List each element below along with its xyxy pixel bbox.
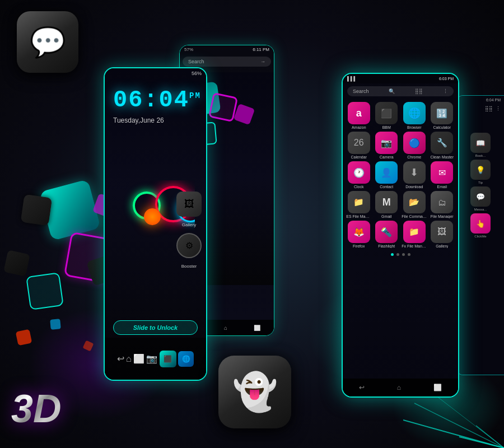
far-right-label-1: Tip [478, 181, 483, 184]
far-right-icon-3: 👆 [470, 213, 491, 234]
app-firefox[interactable]: 🦊 Firefox [346, 221, 372, 248]
app-contact[interactable]: 👤 Contact [374, 161, 400, 189]
lock-cube-icon: ⬛ [160, 351, 176, 367]
right-nav-bar: ↩ ⌂ ⬜ [343, 379, 458, 396]
gallery-label: Gallery [182, 222, 196, 227]
app-icon-camera: 📷 [375, 132, 398, 154]
app-gmail[interactable]: M Gmail [374, 191, 400, 218]
app-calculator[interactable]: 🔢 Calculator [430, 102, 455, 129]
right-home-btn[interactable]: ⌂ [397, 384, 401, 391]
app-label-calculator: Calculator [433, 125, 451, 129]
lock-home-btn[interactable]: ⌂ [126, 354, 132, 364]
lock-camera-icon[interactable]: 📷 [146, 353, 157, 364]
booster-icon: ⚙ [176, 233, 202, 258]
far-right-app-3: 👆 ClickMe [459, 213, 502, 238]
app-email[interactable]: ✉ Email [430, 161, 455, 189]
dot-1 [391, 253, 394, 256]
page-dots [343, 251, 458, 258]
svg-line-0 [403, 420, 504, 448]
dot-2 [396, 253, 399, 256]
app-icon-download: ⬇ [403, 161, 426, 184]
app-filemanager[interactable]: 🗂 File Manager [430, 191, 455, 218]
app-flashlight[interactable]: 🔦 Flashlight [374, 221, 400, 248]
right-app-grid: a Amazon ⬛ BBM 🌐 Browser 🔢 Calculator 26… [343, 99, 458, 251]
middle-search-bar[interactable]: Search → [183, 57, 271, 67]
right-grid-icon: ⣿⣿ [415, 88, 423, 94]
app-label-gallery: Gallery [436, 244, 448, 248]
lock-ampm: PM [189, 91, 201, 100]
far-right-icons: ⣿⣿ ⋮ [457, 104, 504, 113]
lock-date: Tuesday,June 26 [105, 116, 206, 124]
lock-recent-btn[interactable]: ⬜ [133, 353, 144, 364]
svg-line-3 [459, 437, 504, 448]
app-bbm[interactable]: ⬛ BBM [374, 102, 400, 129]
app-icon-browser: 🌐 [403, 102, 426, 124]
app-label-chrome: Chrome [407, 155, 421, 159]
app-icon-esfile: 📁 [348, 191, 370, 213]
app-label-browser: Browser [407, 125, 422, 129]
mid-recent-btn[interactable]: ⬜ [254, 325, 260, 331]
app-icon-flashlight: 🔦 [375, 221, 398, 243]
right-back-btn[interactable]: ↩ [359, 384, 365, 391]
app-label-esfile: ES File Mana... [346, 214, 371, 218]
app-label-email: Email [437, 185, 447, 189]
far-right-icon-1: 💡 [470, 160, 491, 180]
app-label-firefox: Firefox [353, 244, 365, 248]
app-icon-contact: 👤 [375, 161, 398, 184]
app-icon-amazon: a [348, 102, 370, 124]
far-right-app-2: 💬 Messa... [459, 186, 502, 211]
app-calendar[interactable]: 26 Calendar [346, 132, 372, 159]
right-screen: ▌▌▌ 6:03 PM Search 🔍 ⣿⣿ ⋮ a Amazon ⬛ BBM… [343, 74, 458, 396]
app-icon-calculator: 🔢 [431, 102, 453, 124]
right-search-bar[interactable]: Search 🔍 ⣿⣿ ⋮ [347, 86, 454, 96]
app-clock[interactable]: 🕐 Clock [346, 161, 372, 189]
app-filecommander[interactable]: 📂 File Comman... [402, 191, 427, 218]
app-camera[interactable]: 📷 Camera [374, 132, 400, 159]
app-icon-cleanmaster: 🔧 [431, 132, 453, 154]
mid-home-btn[interactable]: ⌂ [224, 325, 227, 331]
right-time: 6:03 PM [439, 77, 454, 81]
right-search-text: Search [353, 88, 369, 94]
app-label-calendar: Calendar [351, 155, 367, 159]
dot-3 [402, 253, 405, 256]
app-fxfile[interactable]: 📁 Fx File Mana... [402, 221, 427, 248]
phone-left: 56% 06:04PM Tuesday,June 26 🖼 Gallery ⚙ … [104, 67, 207, 381]
far-right-status: 6:04 PM [457, 96, 504, 104]
lock-slide-btn[interactable]: Slide to Unlock [113, 320, 198, 335]
far-right-icon-2: 💬 [470, 186, 491, 207]
app-label-cleanmaster: Clean Master [430, 155, 454, 159]
app-chrome[interactable]: 🔵 Chrome [402, 132, 427, 159]
mid-time: 6:11 PM [253, 47, 269, 52]
lock-time-digits: 06:04 [113, 87, 189, 114]
lock-back-btn[interactable]: ↩ [117, 353, 124, 364]
right-search-icon: 🔍 [389, 88, 395, 94]
gallery-icon: 🖼 [176, 192, 202, 217]
app-label-bbm: BBM [382, 125, 391, 129]
mid-battery: 57% [184, 47, 193, 52]
app-download[interactable]: ⬇ Download [402, 161, 427, 189]
app-label-download: Download [405, 185, 423, 189]
svg-line-1 [414, 403, 504, 448]
mid-search-arrow: → [260, 59, 265, 64]
right-status-bar: ▌▌▌ 6:03 PM [343, 74, 458, 83]
lock-screen: 56% 06:04PM Tuesday,June 26 🖼 Gallery ⚙ … [105, 68, 206, 380]
app-gallery[interactable]: 🖼 Gallery [430, 221, 455, 248]
booster-label: Booster [181, 264, 197, 269]
far-right-icon-0: 📖 [470, 133, 491, 153]
lock-bottom-bar: ↩ ⌂ ⬜ 📷 ⬛ 🌐 [105, 338, 206, 380]
far-right-label-2: Messa... [474, 208, 487, 211]
far-right-app-1: 💡 Tip [459, 160, 502, 184]
far-right-app-0: 📖 Book... [459, 133, 502, 157]
app-esfile[interactable]: 📁 ES File Mana... [346, 191, 372, 218]
app-browser[interactable]: 🌐 Browser [402, 102, 427, 129]
lock-battery: 56% [192, 71, 202, 76]
app-cleanmaster[interactable]: 🔧 Clean Master [430, 132, 455, 159]
right-recent-btn[interactable]: ⬜ [433, 384, 442, 391]
app-icon-firefox: 🦊 [348, 221, 370, 243]
app-icon-calendar: 26 [348, 132, 370, 154]
app-icon-clock: 🕐 [348, 161, 370, 184]
phone-far-right: 6:04 PM ⣿⣿ ⋮ 📖 Book... 💡 Tip 💬 Messa... … [456, 95, 504, 375]
far-right-label-0: Book... [475, 154, 486, 157]
app-label-amazon: Amazon [352, 125, 366, 129]
app-amazon[interactable]: a Amazon [346, 102, 372, 129]
